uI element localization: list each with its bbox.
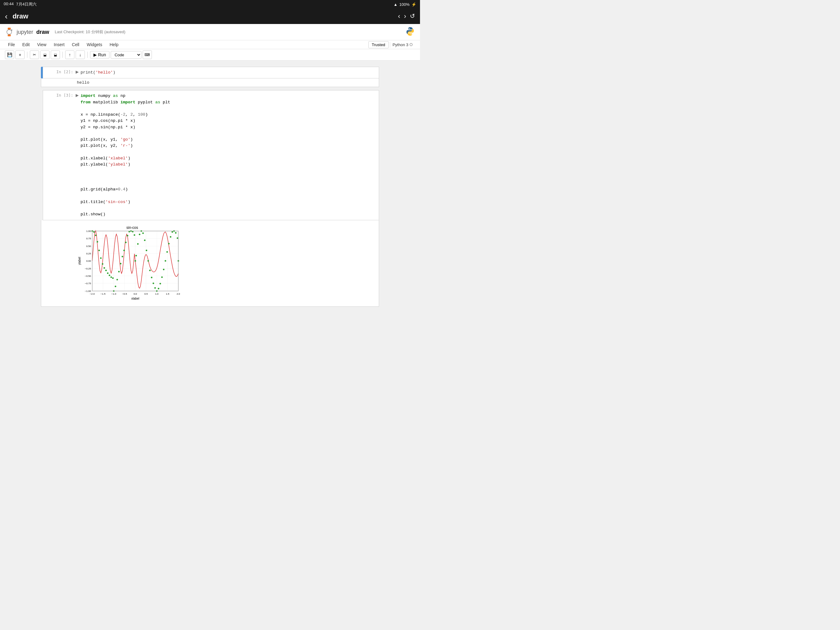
x-tick: 1.5 xyxy=(166,293,169,295)
chart-title: sin-cos xyxy=(126,225,138,230)
svg-point-7 xyxy=(93,231,95,233)
menu-view[interactable]: View xyxy=(34,41,49,48)
move-down-button[interactable]: ↓ xyxy=(76,51,85,59)
nav-bar: ‹ draw ‹ › ↺ xyxy=(0,9,420,24)
svg-point-25 xyxy=(123,250,125,251)
cell-2-prompt: In [3]: xyxy=(45,93,76,98)
cell-1-prompt: In [2]: xyxy=(45,70,76,74)
svg-point-15 xyxy=(107,272,109,274)
up-icon: ↑ xyxy=(69,52,71,57)
cell-2-wrapper: In [3]: ▶ import numpy as np from matplo… xyxy=(41,90,379,220)
copy-button[interactable]: ⬓ xyxy=(40,51,49,59)
nav-prev-button[interactable]: ‹ xyxy=(398,12,400,20)
menu-bar: File Edit View Insert Cell Widgets Help … xyxy=(0,40,420,49)
nav-refresh-button[interactable]: ↺ xyxy=(410,12,415,20)
trusted-button[interactable]: Trusted xyxy=(368,41,388,48)
cell-2-code[interactable]: import numpy as np from matplotlib impor… xyxy=(81,93,377,217)
cell-1-code[interactable]: print('hello') xyxy=(81,70,377,76)
svg-point-16 xyxy=(109,275,111,276)
svg-point-12 xyxy=(102,263,103,265)
cut-button[interactable]: ✂ xyxy=(30,51,39,59)
svg-point-43 xyxy=(153,283,154,284)
x-tick: −1.0 xyxy=(111,293,116,295)
x-tick: −2.0 xyxy=(90,293,95,295)
y-tick: 1.00 xyxy=(86,230,91,233)
x-tick: 0.5 xyxy=(144,293,148,295)
nav-next-button[interactable]: › xyxy=(404,12,406,20)
y-tick: 0.25 xyxy=(86,252,91,255)
wifi-icon: ▲ xyxy=(393,2,398,7)
add-cell-button[interactable]: + xyxy=(15,51,25,59)
svg-point-38 xyxy=(144,240,145,241)
svg-point-24 xyxy=(122,256,123,258)
svg-point-26 xyxy=(125,242,127,243)
jupyter-brand: jupyter xyxy=(17,29,33,35)
menu-widgets[interactable]: Widgets xyxy=(84,41,106,48)
toolbar-separator-1 xyxy=(27,52,27,58)
svg-point-22 xyxy=(118,271,120,272)
svg-point-52 xyxy=(168,243,170,245)
jupyter-logo-icon xyxy=(5,28,14,36)
svg-point-11 xyxy=(100,258,102,259)
save-button[interactable]: 💾 xyxy=(5,51,14,59)
svg-point-14 xyxy=(105,270,107,271)
svg-point-13 xyxy=(104,268,105,269)
run-button[interactable]: ▶ Run xyxy=(90,51,109,59)
x-tick: 1.0 xyxy=(155,293,159,295)
svg-point-57 xyxy=(177,237,178,239)
svg-point-51 xyxy=(166,251,168,253)
cell-2-input[interactable]: In [3]: ▶ import numpy as np from matplo… xyxy=(43,90,379,220)
svg-point-37 xyxy=(142,233,144,234)
svg-point-53 xyxy=(170,236,171,238)
cell-1-wrapper: In [2]: ▶ print('hello') xyxy=(41,67,379,78)
svg-point-39 xyxy=(146,250,147,251)
save-icon: 💾 xyxy=(7,52,12,57)
svg-point-10 xyxy=(98,250,100,251)
menu-help[interactable]: Help xyxy=(107,41,122,48)
notebook-area: In [2]: ▶ print('hello') hello In [3]: ▶… xyxy=(0,60,420,315)
svg-point-50 xyxy=(165,260,166,262)
svg-point-5 xyxy=(411,34,412,35)
cell-1: In [2]: ▶ print('hello') hello xyxy=(41,67,379,87)
cell-1-input[interactable]: In [2]: ▶ print('hello') xyxy=(43,67,379,78)
menu-cell[interactable]: Cell xyxy=(69,41,82,48)
svg-point-40 xyxy=(148,260,149,262)
svg-point-20 xyxy=(115,286,116,287)
y-tick: −0.25 xyxy=(85,268,91,270)
kernel-status-icon xyxy=(409,43,413,46)
cell-2-chart-output: sin-cos xyxy=(41,220,379,307)
menu-edit[interactable]: Edit xyxy=(19,41,33,48)
svg-point-44 xyxy=(154,287,156,289)
back-button[interactable]: ‹ xyxy=(5,12,8,21)
down-icon: ↓ xyxy=(79,52,82,57)
svg-point-54 xyxy=(172,231,173,233)
svg-point-34 xyxy=(137,243,139,245)
y-tick: 0.50 xyxy=(86,245,91,248)
toolbar-separator-2 xyxy=(62,52,63,58)
notebook-filename: draw xyxy=(36,29,49,35)
menu-insert[interactable]: Insert xyxy=(51,41,68,48)
battery-text: 100% xyxy=(399,2,409,7)
svg-point-17 xyxy=(111,277,112,278)
keyboard-button[interactable]: ⌨ xyxy=(143,51,152,59)
date: 7月4日周六 xyxy=(16,2,36,7)
cell-1-run-icon: ▶ xyxy=(76,70,81,74)
time: 00:44 xyxy=(4,2,14,7)
cell-2-run-icon: ▶ xyxy=(76,93,81,98)
x-tick: 0.0 xyxy=(133,293,137,295)
sin-cos-chart: sin-cos xyxy=(77,223,188,303)
cut-icon: ✂ xyxy=(33,52,36,57)
menu-file[interactable]: File xyxy=(5,41,18,48)
cell-2: In [3]: ▶ import numpy as np from matplo… xyxy=(41,90,379,307)
y-tick: −0.50 xyxy=(85,275,91,277)
cell-type-select[interactable]: Code xyxy=(111,51,141,59)
y-tick: −1.00 xyxy=(85,290,91,293)
kernel-name: Python 3 xyxy=(393,43,408,47)
svg-point-18 xyxy=(112,277,114,279)
svg-point-8 xyxy=(95,235,96,236)
paste-button[interactable]: ⬓ xyxy=(51,51,60,59)
svg-point-4 xyxy=(409,28,410,29)
x-tick: −0.5 xyxy=(122,293,127,295)
svg-point-35 xyxy=(139,234,141,235)
move-up-button[interactable]: ↑ xyxy=(65,51,74,59)
